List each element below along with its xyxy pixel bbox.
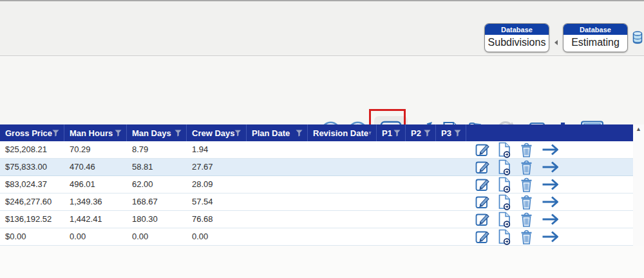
filter-icon: [234, 130, 242, 137]
column-header-man-days[interactable]: Man Days: [127, 124, 187, 141]
cell-p1: [377, 211, 406, 228]
edit-icon[interactable]: [475, 229, 490, 244]
subdivisions-label: Subdivisions: [485, 35, 549, 52]
cell-actions: [466, 194, 633, 210]
cell-plan-date: [247, 194, 308, 210]
table-body: $25,208.21 70.29 8.79 1.94: [0, 141, 633, 246]
cell-crew-days: 0.00: [187, 228, 247, 245]
open-arrow-icon[interactable]: [541, 195, 560, 209]
open-arrow-icon[interactable]: [541, 177, 560, 192]
delete-icon[interactable]: [519, 229, 534, 245]
database-buttons-group: Database Subdivisions Database Estimatin…: [484, 23, 643, 52]
table-row[interactable]: $246,277.60 1,349.36 168.67 57.54: [0, 194, 633, 211]
cell-crew-days: 76.68: [187, 211, 247, 228]
cell-man-days: 8.79: [127, 141, 187, 158]
cell-p1: [377, 176, 406, 193]
filter-icon: [52, 130, 59, 137]
copy-document-icon[interactable]: [497, 194, 512, 210]
delete-icon[interactable]: [519, 212, 534, 228]
cell-p3: [436, 194, 466, 210]
edit-icon[interactable]: [475, 159, 490, 175]
estimating-label: Estimating: [564, 35, 627, 52]
cell-revision-date: [308, 176, 377, 193]
open-arrow-icon[interactable]: [541, 212, 560, 226]
filter-icon: [454, 130, 461, 137]
cell-actions: [466, 228, 633, 245]
scroll-up-icon[interactable]: ▲: [633, 124, 644, 134]
cell-plan-date: [247, 159, 308, 175]
cell-man-days: 168.67: [127, 194, 187, 210]
copy-document-icon[interactable]: [497, 211, 512, 228]
edit-icon[interactable]: [475, 142, 490, 157]
table-header-row: Gross Price Man Hours Man Days Crew Days…: [0, 124, 633, 141]
database-cylinder-icon[interactable]: [632, 31, 643, 45]
delete-icon[interactable]: [519, 177, 534, 193]
column-header-gross-price[interactable]: Gross Price: [0, 124, 64, 141]
cell-crew-days: 57.54: [187, 194, 247, 210]
cell-man-hours: 70.29: [64, 141, 127, 158]
cell-p2: [406, 211, 436, 228]
cell-crew-days: 27.67: [187, 159, 247, 175]
table-row[interactable]: $25,208.21 70.29 8.79 1.94: [0, 141, 633, 159]
column-header-revision-date[interactable]: Revision Date: [308, 124, 377, 141]
copy-document-icon[interactable]: [497, 228, 512, 245]
filter-icon: [296, 130, 303, 137]
cell-gross-price: $83,024.37: [0, 176, 64, 193]
open-arrow-icon[interactable]: [541, 160, 560, 174]
cell-revision-date: [308, 194, 377, 210]
cell-p3: [436, 176, 466, 193]
database-tag: Database: [485, 24, 549, 35]
cell-actions: [466, 211, 633, 228]
cell-man-hours: 496.01: [64, 176, 127, 193]
column-header-man-hours[interactable]: Man Hours: [64, 124, 127, 141]
cell-man-days: 58.81: [127, 159, 187, 175]
delete-icon[interactable]: [519, 194, 534, 210]
cell-crew-days: 1.94: [187, 141, 247, 158]
edit-icon[interactable]: [475, 177, 490, 192]
cell-p3: [436, 228, 466, 245]
table-row[interactable]: $0.00 0.00 0.00 0.00: [0, 228, 633, 246]
delete-icon[interactable]: [519, 159, 534, 175]
cell-gross-price: $25,208.21: [0, 141, 64, 158]
copy-document-icon[interactable]: [497, 141, 512, 158]
filter-icon: [115, 130, 122, 137]
edit-icon[interactable]: [475, 212, 490, 227]
table-row[interactable]: $75,833.00 470.46 58.81 27.67: [0, 159, 633, 176]
cell-p3: [436, 159, 466, 175]
filter-icon: [175, 130, 182, 137]
top-header-band: Database Subdivisions Database Estimatin…: [0, 1, 644, 56]
column-header-p3[interactable]: P3: [436, 124, 466, 141]
vertical-scrollbar[interactable]: ▲: [633, 124, 644, 246]
column-header-plan-date[interactable]: Plan Date: [247, 124, 308, 141]
cell-revision-date: [308, 211, 377, 228]
copy-document-icon[interactable]: [497, 176, 512, 193]
open-arrow-icon[interactable]: [541, 230, 560, 244]
column-header-p2[interactable]: P2: [406, 124, 436, 141]
open-arrow-icon[interactable]: [541, 143, 560, 157]
database-tag: Database: [564, 24, 627, 35]
table-row[interactable]: $83,024.37 496.01 62.00 28.09: [0, 176, 633, 194]
column-header-actions: [466, 124, 633, 141]
cell-plan-date: [247, 141, 308, 158]
cell-actions: [466, 141, 633, 158]
cell-p1: [377, 141, 406, 158]
database-subdivisions-button[interactable]: Database Subdivisions: [484, 23, 549, 52]
table-row[interactable]: $136,192.52 1,442.41 180.30 76.68: [0, 211, 633, 228]
cell-revision-date: [308, 159, 377, 175]
copy-document-icon[interactable]: [497, 159, 512, 175]
column-header-p1[interactable]: P1: [377, 124, 406, 141]
cell-p1: [377, 228, 406, 245]
edit-icon[interactable]: [475, 194, 490, 210]
toolbar-band: $: [0, 57, 644, 124]
cell-crew-days: 28.09: [187, 176, 247, 193]
column-header-crew-days[interactable]: Crew Days: [187, 124, 247, 141]
cell-p2: [406, 176, 436, 193]
cell-plan-date: [247, 211, 308, 228]
cell-gross-price: $136,192.52: [0, 211, 64, 228]
cell-plan-date: [247, 228, 308, 245]
database-estimating-button[interactable]: Database Estimating: [563, 23, 628, 52]
cell-man-hours: 470.46: [64, 159, 127, 175]
cell-actions: [466, 159, 633, 175]
delete-icon[interactable]: [519, 142, 534, 158]
filter-icon: [393, 130, 401, 137]
